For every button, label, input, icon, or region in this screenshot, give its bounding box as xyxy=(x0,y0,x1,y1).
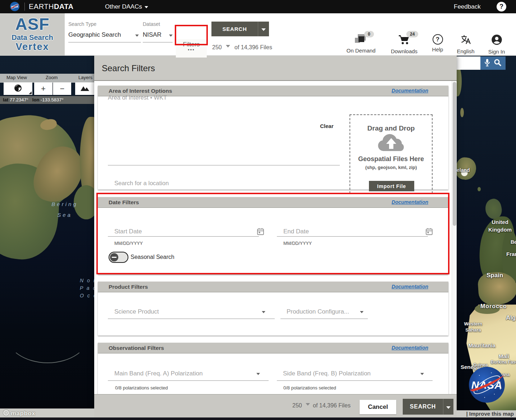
filters-button[interactable]: Filters ••• xyxy=(176,39,207,58)
chevron-down-icon xyxy=(256,373,260,375)
end-date-input[interactable] xyxy=(277,227,428,237)
search-type-label: Search Type xyxy=(68,21,96,27)
map-label-france: Fran xyxy=(506,251,516,257)
footer-search-button[interactable]: SEARCH xyxy=(403,399,443,415)
map-left-pane[interactable]: BeringSea N o rP a cO c e Map View Zoom … xyxy=(0,56,94,409)
location-search-input[interactable] xyxy=(114,180,222,187)
footer-page-size-dropdown-icon[interactable] xyxy=(306,403,310,406)
search-button-dropdown[interactable] xyxy=(258,22,269,36)
nasa-meatball-icon: NASA xyxy=(468,366,506,403)
toggle-knob-minus-icon xyxy=(110,253,118,261)
product-section-header: Product Filters Documentation xyxy=(98,282,448,292)
person-icon xyxy=(491,40,502,46)
file-drop-zone[interactable]: Drag and Drop Geospatial Files Here (shp… xyxy=(350,114,433,193)
help-button[interactable]: ? Help xyxy=(429,34,447,52)
main-band-placeholder: Main Band (Freq. A) Polarization xyxy=(114,370,203,377)
calendar-icon[interactable] xyxy=(425,228,433,237)
map-label-morocco: Morocco xyxy=(480,303,507,310)
chevron-down-icon xyxy=(420,373,424,375)
search-filters-modal: Search Filters Area of Interest Options … xyxy=(94,56,457,420)
science-product-select[interactable]: Science Product xyxy=(108,307,275,319)
science-product-placeholder: Science Product xyxy=(114,308,159,315)
mapbox-logo[interactable]: mapbox xyxy=(3,410,35,417)
modal-scrollbar-thumb[interactable] xyxy=(453,82,456,226)
downloads-button[interactable]: Downloads 24 xyxy=(388,34,421,54)
map-search-input[interactable] xyxy=(457,56,480,70)
chevron-down-icon xyxy=(446,406,451,409)
ellipsis-icon: ••• xyxy=(176,48,207,52)
topbar-help-icon[interactable]: ? xyxy=(497,2,506,12)
zoom-out-button[interactable]: − xyxy=(53,82,71,95)
feedback-link[interactable]: Feedback xyxy=(454,3,481,10)
language-button[interactable]: English xyxy=(454,34,478,54)
search-type-select[interactable]: Geographic Search xyxy=(68,29,141,42)
drop-zone-title: Drag and Drop xyxy=(350,124,432,132)
clear-button[interactable]: Clear xyxy=(320,123,334,129)
observational-filters-section: Observational Filters Documentation Main… xyxy=(98,343,448,394)
zoom-in-button[interactable]: + xyxy=(34,82,52,95)
app-header: ASF Data Search Vertex Search Type Geogr… xyxy=(0,13,516,56)
search-icon[interactable] xyxy=(494,59,502,68)
aoi-section: Area of Interest Options Documentation C… xyxy=(98,86,448,190)
map-search-buttons[interactable] xyxy=(480,56,506,70)
production-config-select[interactable]: Production Configura... xyxy=(280,307,368,319)
dataset-select[interactable]: NISAR xyxy=(143,29,173,42)
observational-section-title: Observational Filters xyxy=(109,345,164,351)
map-label-mauritania: Mauritania xyxy=(469,342,496,348)
map-label-mali: Mali xyxy=(499,353,509,359)
modal-scrollbar-track[interactable] xyxy=(452,81,457,394)
mountains-icon xyxy=(80,85,90,93)
map-label-north-pacific: N o rP a cO c e xyxy=(80,277,94,300)
main-band-selected-hint: 0/8 polarizations selected xyxy=(115,385,168,391)
modal-title: Search Filters xyxy=(102,63,155,73)
globe-icon xyxy=(14,84,22,94)
calendar-icon[interactable] xyxy=(257,228,264,237)
footer-search-dropdown[interactable] xyxy=(443,399,453,415)
map-label-western-sahara: WesternSahara xyxy=(462,321,484,333)
downloads-label: Downloads xyxy=(388,48,421,54)
end-date-format-hint: MM/DD/YYYY xyxy=(283,241,312,246)
sign-in-button[interactable]: Sign In xyxy=(485,34,508,55)
help-label: Help xyxy=(429,46,447,52)
drop-zone-subtitle: Geospatial Files Here xyxy=(350,155,432,163)
mic-icon[interactable] xyxy=(484,59,490,68)
seasonal-search-toggle[interactable] xyxy=(109,252,128,263)
other-daacs-menu[interactable]: Other DAACs xyxy=(105,3,148,10)
side-band-select[interactable]: Side Band (Freq. B) Polarization xyxy=(277,369,433,381)
mapbox-wordmark: mapbox xyxy=(11,410,35,417)
improve-this-map-link[interactable]: | Improve this map xyxy=(466,411,514,417)
production-config-placeholder: Production Configura... xyxy=(287,308,349,315)
layers-button[interactable] xyxy=(75,82,94,95)
results-page-size[interactable]: 250 xyxy=(212,44,222,51)
import-file-button[interactable]: Import File xyxy=(369,181,414,191)
start-date-input[interactable] xyxy=(108,227,259,237)
map-right-pane[interactable]: eland UnitedKingdom Be Fran Spain Morocc… xyxy=(457,56,516,411)
start-date-format-hint: MM/DD/YYYY xyxy=(114,241,143,246)
map-label-united-kingdom: UnitedKingdom xyxy=(485,218,515,233)
on-demand-button[interactable]: On Demand 0 xyxy=(344,34,378,54)
chevron-down-icon xyxy=(262,311,265,313)
dataset-label: Dataset xyxy=(143,21,160,27)
map-search-box[interactable] xyxy=(457,56,506,70)
search-button[interactable]: SEARCH xyxy=(211,22,258,36)
side-band-placeholder: Side Band (Freq. B) Polarization xyxy=(283,370,371,377)
logo-vertex-text: Vertex xyxy=(0,41,65,52)
page-size-dropdown-icon[interactable] xyxy=(226,45,230,47)
main-band-select[interactable]: Main Band (Freq. A) Polarization xyxy=(108,369,269,381)
date-documentation-link[interactable]: Documentation xyxy=(392,199,428,205)
earthdata-brand[interactable]: EARTHDATA xyxy=(29,3,74,11)
nasa-logo-icon[interactable]: NASA xyxy=(10,1,20,13)
cancel-button[interactable]: Cancel xyxy=(360,400,396,414)
observational-documentation-link[interactable]: Documentation xyxy=(392,345,428,351)
chevron-down-icon xyxy=(169,35,173,37)
downloads-badge: 24 xyxy=(406,31,418,37)
aoi-documentation-link[interactable]: Documentation xyxy=(392,88,428,93)
aoi-section-title: Area of Interest Options xyxy=(109,88,172,94)
product-documentation-link[interactable]: Documentation xyxy=(392,284,428,289)
wkt-input[interactable] xyxy=(108,94,331,101)
product-section-title: Product Filters xyxy=(109,284,148,290)
map-view-button[interactable] xyxy=(4,82,32,95)
asf-vertex-logo[interactable]: ASF Data Search Vertex xyxy=(0,13,65,56)
logo-asf-text: ASF xyxy=(0,15,65,33)
footer-page-size[interactable]: 250 xyxy=(292,402,302,409)
